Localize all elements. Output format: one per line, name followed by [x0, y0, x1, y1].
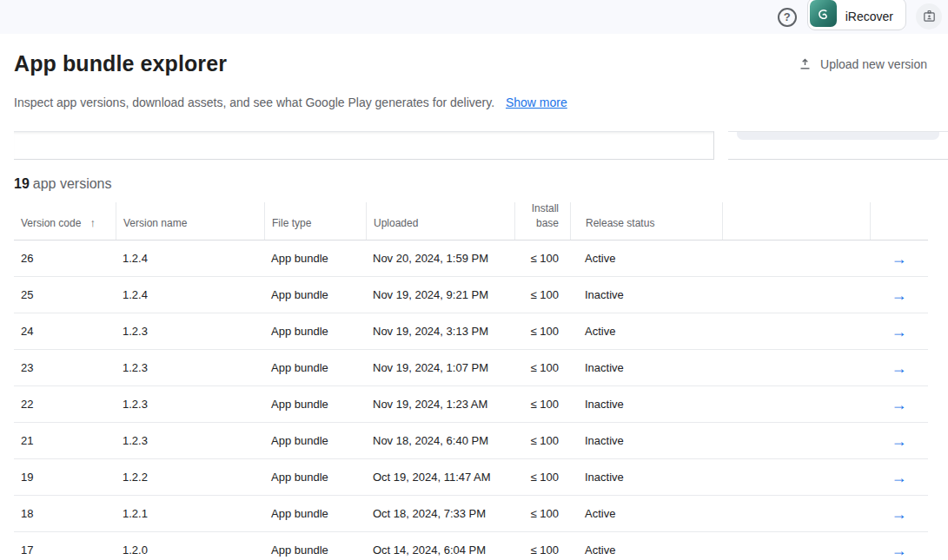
version-count: 19 [14, 176, 30, 191]
upload-new-version-button[interactable]: Upload new version [798, 56, 927, 71]
version-name-cell: 1.2.3 [116, 398, 264, 411]
column-header-action [870, 202, 928, 240]
file-type-cell: App bundle [264, 252, 366, 265]
column-label: Version name [123, 216, 187, 231]
open-version-arrow-icon[interactable]: → [892, 251, 907, 267]
version-code-cell: 21 [14, 434, 116, 447]
column-label: Version code [21, 216, 81, 231]
column-header-install-base[interactable]: Install base [514, 202, 570, 240]
topbar: ? iRecover [0, 0, 948, 34]
column-header-uploaded[interactable]: Uploaded [366, 202, 514, 240]
action-cell: → [870, 287, 928, 303]
action-cell: → [870, 470, 928, 485]
file-type-cell: App bundle [264, 507, 366, 520]
uploaded-cell: Nov 18, 2024, 6:40 PM [366, 434, 514, 447]
table-row[interactable]: 191.2.2App bundleOct 19, 2024, 11:47 AM≤… [14, 459, 928, 496]
install-base-cell: ≤ 100 [514, 288, 570, 301]
app-selector[interactable]: iRecover [807, 0, 906, 30]
file-type-cell: App bundle [264, 325, 366, 338]
version-name-cell: 1.2.4 [116, 252, 264, 265]
open-version-arrow-icon[interactable]: → [892, 506, 907, 522]
table-row[interactable]: 261.2.4App bundleNov 20, 2024, 1:59 PM≤ … [14, 240, 928, 277]
show-more-link[interactable]: Show more [506, 96, 567, 109]
page-description: Inspect app versions, download assets, a… [14, 96, 927, 109]
table-row[interactable]: 211.2.3App bundleNov 18, 2024, 6:40 PM≤ … [14, 423, 928, 459]
file-type-cell: App bundle [264, 288, 366, 301]
uploaded-cell: Oct 19, 2024, 11:47 AM [366, 471, 514, 484]
install-base-cell: ≤ 100 [514, 398, 570, 411]
version-count-label: app versions [33, 176, 112, 191]
column-label: File type [272, 216, 311, 231]
version-code-cell: 24 [14, 325, 116, 338]
upload-button-label: Upload new version [820, 57, 927, 71]
column-label: Uploaded [374, 216, 418, 231]
table-row[interactable]: 181.2.1App bundleOct 18, 2024, 7:33 PM≤ … [14, 496, 928, 532]
release-status-cell: Active [570, 325, 722, 338]
version-name-cell: 1.2.3 [116, 361, 264, 374]
scrolled-cards-row [14, 131, 948, 160]
file-type-cell: App bundle [264, 434, 366, 447]
release-status-cell: Active [570, 252, 722, 265]
table-row[interactable]: 241.2.3App bundleNov 19, 2024, 3:13 PM≤ … [14, 313, 928, 350]
file-type-cell: App bundle [264, 361, 366, 374]
column-header-file-type[interactable]: File type [264, 202, 366, 240]
install-base-cell: ≤ 100 [514, 361, 570, 374]
action-cell: → [870, 397, 928, 412]
file-type-cell: App bundle [264, 544, 366, 557]
release-status-cell: Inactive [570, 471, 722, 484]
install-base-cell: ≤ 100 [514, 471, 570, 484]
app-logo-icon [810, 0, 837, 27]
developer-account-icon[interactable] [916, 3, 942, 30]
app-versions-table: Version code ↑ Version name File type Up… [14, 202, 928, 560]
upload-icon [798, 56, 812, 71]
version-code-cell: 19 [14, 471, 116, 484]
help-icon[interactable]: ? [778, 8, 797, 27]
table-row[interactable]: 231.2.3App bundleNov 19, 2024, 1:07 PM≤ … [14, 350, 928, 386]
filter-card-partial [14, 131, 714, 160]
open-version-arrow-icon[interactable]: → [892, 360, 907, 376]
app-bundle-explorer-page: App bundle explorer Upload new version I… [0, 51, 948, 560]
open-version-arrow-icon[interactable]: → [892, 324, 907, 339]
release-status-cell: Active [570, 544, 722, 557]
install-base-cell: ≤ 100 [514, 434, 570, 447]
column-header-version-code[interactable]: Version code ↑ [14, 202, 116, 240]
page-title: App bundle explorer [14, 51, 227, 76]
release-status-cell: Inactive [570, 361, 722, 374]
version-code-cell: 23 [14, 361, 116, 374]
release-status-cell: Inactive [570, 398, 722, 411]
open-version-arrow-icon[interactable]: → [892, 470, 907, 485]
file-type-cell: App bundle [264, 471, 366, 484]
side-card-chip [737, 132, 939, 140]
open-version-arrow-icon[interactable]: → [892, 433, 907, 449]
version-code-cell: 18 [14, 507, 116, 520]
install-base-cell: ≤ 100 [514, 507, 570, 520]
column-header-empty [722, 202, 870, 240]
release-status-cell: Inactive [570, 434, 722, 447]
open-version-arrow-icon[interactable]: → [892, 543, 907, 558]
table-header-row: Version code ↑ Version name File type Up… [14, 202, 928, 240]
description-text: Inspect app versions, download assets, a… [14, 96, 494, 109]
release-status-cell: Active [570, 507, 722, 520]
table-row[interactable]: 171.2.0App bundleOct 14, 2024, 6:04 PM≤ … [14, 532, 928, 560]
app-name-label: iRecover [845, 4, 893, 23]
open-version-arrow-icon[interactable]: → [892, 397, 907, 412]
uploaded-cell: Nov 19, 2024, 3:13 PM [366, 325, 514, 338]
version-code-cell: 26 [14, 252, 116, 265]
version-name-cell: 1.2.3 [116, 325, 264, 338]
version-name-cell: 1.2.4 [116, 288, 264, 301]
table-row[interactable]: 221.2.3App bundleNov 19, 2024, 1:23 AM≤ … [14, 386, 928, 423]
side-card-partial [728, 131, 948, 160]
uploaded-cell: Oct 18, 2024, 7:33 PM [366, 507, 514, 520]
uploaded-cell: Nov 20, 2024, 1:59 PM [366, 252, 514, 265]
column-header-release-status[interactable]: Release status [570, 202, 722, 240]
column-header-version-name[interactable]: Version name [116, 202, 264, 240]
table-row[interactable]: 251.2.4App bundleNov 19, 2024, 9:21 PM≤ … [14, 277, 928, 313]
action-cell: → [870, 360, 928, 376]
release-status-cell: Inactive [570, 288, 722, 301]
open-version-arrow-icon[interactable]: → [892, 287, 907, 303]
install-base-cell: ≤ 100 [514, 252, 570, 265]
column-label: Install base [522, 201, 559, 231]
version-code-cell: 17 [14, 544, 116, 557]
action-cell: → [870, 251, 928, 267]
action-cell: → [870, 324, 928, 339]
